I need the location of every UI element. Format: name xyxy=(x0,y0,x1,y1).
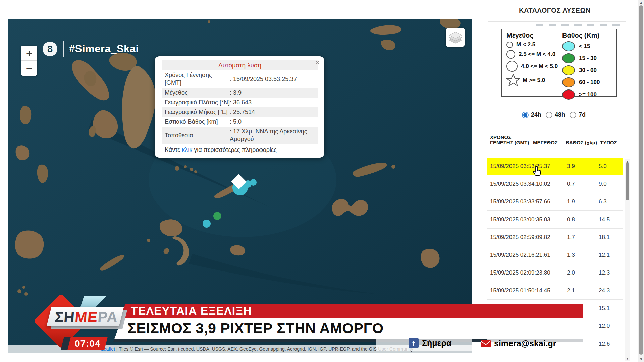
table-row[interactable]: 15/09/2025 02:09:23.802.012.3 xyxy=(487,264,623,282)
banner-kicker-bar: ΤΕΛΕΥΤΑΙΑ ΕΞΕΛΙΞΗ xyxy=(117,304,583,318)
map-zoom-in-button[interactable]: + xyxy=(21,46,37,61)
cell-magnitude: 2.1 xyxy=(562,287,594,294)
depth-color-icon xyxy=(562,41,575,51)
popup-row-value: : 3.9 xyxy=(230,89,315,97)
cell-time: 15/09/2025 03:53:25.37 xyxy=(490,163,562,170)
table-row[interactable]: 15/09/2025 03:53:25.373.95.0 xyxy=(487,158,623,175)
depth-color-icon xyxy=(562,65,575,75)
legend-depth-item: >= 100 xyxy=(562,89,616,100)
page-scrollbar-down-icon[interactable]: ▼ xyxy=(638,357,644,361)
legend-label: 60 - 100 xyxy=(579,79,600,86)
obscured-dashes xyxy=(536,24,621,26)
quake-dot[interactable] xyxy=(203,220,211,228)
cell-depth: 12.3 xyxy=(594,269,623,276)
cell-depth: 18.1 xyxy=(594,234,623,241)
attribution-text: | Tiles © Esri — Source: Esri, i-cubed, … xyxy=(115,346,413,352)
email-label: simera@skai.gr xyxy=(494,339,556,348)
table-scrollbar[interactable]: ▲ ▼ xyxy=(625,159,630,361)
radio-label-24h[interactable]: 24h xyxy=(531,111,541,118)
quake-dot[interactable] xyxy=(250,179,257,186)
popup-row: Γεωγραφικό Μήκος [°E]: 25.7514 xyxy=(162,107,318,117)
table-row[interactable]: 15/09/2025 02:59:09.821.718.1 xyxy=(487,229,623,246)
legend-label: M >= 5.0 xyxy=(523,77,545,84)
cell-depth: 12.1 xyxy=(594,252,623,258)
cell-time: 15/09/2025 03:34:10.02 xyxy=(490,181,562,187)
facebook-icon: f xyxy=(409,338,419,348)
map-zoom-control: + − xyxy=(21,46,37,76)
mouse-cursor-icon xyxy=(533,166,542,178)
table-row[interactable]: 15/09/2025 02:16:21.611.312.1 xyxy=(487,246,623,264)
page-scrollbar-thumb[interactable] xyxy=(639,5,643,355)
column-header: ΜΕΓΕΘΟΣ xyxy=(533,140,566,145)
cell-magnitude: 0.8 xyxy=(562,216,594,223)
radio-label-7d[interactable]: 7d xyxy=(579,111,586,118)
table-scrollbar-thumb[interactable] xyxy=(626,163,629,200)
popup-row-value: : 25.7514 xyxy=(230,108,315,116)
legend-depth-item: < 15 xyxy=(562,41,616,51)
table-scrollbar-down-icon[interactable]: ▼ xyxy=(625,357,630,361)
magnitude-circle-icon xyxy=(506,50,515,59)
legend-label: >= 100 xyxy=(579,91,597,98)
column-header: ΤΥΠΟΣ xyxy=(600,140,623,145)
legend-label: < 15 xyxy=(579,43,590,50)
banner-kicker: ΤΕΛΕΥΤΑΙΑ ΕΞΕΛΙΞΗ xyxy=(117,304,252,317)
legend-depth-item: 60 - 100 xyxy=(562,77,616,87)
popup-row-label: Χρόνος Γέννησης [GMT] xyxy=(165,71,230,87)
table-row[interactable]: 15/09/2025 01:50:14.452.124.3 xyxy=(487,282,623,300)
legend-depth-item: 30 - 60 xyxy=(562,65,616,75)
popup-row-label: Μέγεθος xyxy=(165,89,230,97)
column-header: ΒΑΘΟΣ (χλμ) xyxy=(566,140,600,145)
map-layers-button[interactable] xyxy=(446,28,465,47)
page-scrollbar[interactable]: ▲ ▼ xyxy=(638,0,644,362)
legend-label: 4.0 <= M < 5.0 xyxy=(521,63,558,70)
popup-row: Χρόνος Γέννησης [GMT]: 15/09/2025 03:53:… xyxy=(162,70,318,88)
clock-time: 07:04 xyxy=(75,338,101,349)
legend-magnitude-title: Μέγεθος xyxy=(506,32,560,39)
legend-label: 30 - 60 xyxy=(579,67,597,74)
channel-brand: 8 #Simera_Skai xyxy=(43,41,139,57)
table-row[interactable]: 15/09/2025 03:34:10.020.79.0 xyxy=(487,175,623,193)
popup-row-value: : 17 Χλμ. ΝΝΔ της Αρκεσίνης Αμοργού xyxy=(230,128,315,143)
brand-separator xyxy=(63,41,64,57)
clock-strip: 07:04 xyxy=(67,337,107,350)
banner-headline: ΣΕΙΣΜΟΣ 3,9 ΡΙΧΤΕΡ ΣΤΗΝ ΑΜΟΡΓΟ xyxy=(111,318,384,338)
more-info-link[interactable]: κλικ xyxy=(182,146,192,153)
popup-row-value: : 5.0 xyxy=(230,118,315,126)
legend-depth-item: 15 - 30 xyxy=(562,53,616,63)
cell-depth: 24.3 xyxy=(594,287,623,294)
popup-row-value: : 36.643 xyxy=(230,99,315,106)
radio-7d[interactable] xyxy=(570,112,576,118)
facebook-handle: f Σήμερα xyxy=(409,338,451,348)
legend-label: 2.5 <= M < 4.0 xyxy=(519,51,555,58)
popup-close-icon[interactable]: × xyxy=(315,59,320,66)
divider xyxy=(488,21,626,22)
page-scrollbar-up-icon[interactable]: ▲ xyxy=(638,1,644,5)
quake-popup: × Αυτόματη λύση Χρόνος Γέννησης [GMT]: 1… xyxy=(155,56,324,158)
radio-48h[interactable] xyxy=(546,112,552,118)
cell-depth: 5.0 xyxy=(594,163,623,170)
legend-label: 15 - 30 xyxy=(579,55,597,62)
channel-8-logo: 8 xyxy=(43,42,57,56)
cell-magnitude: 2.0 xyxy=(562,269,594,276)
quake-dot[interactable] xyxy=(213,212,221,220)
popup-row-label: Εστιακό Βάθος [km] xyxy=(165,118,230,126)
map-zoom-out-button[interactable]: − xyxy=(21,61,37,76)
depth-color-icon xyxy=(562,89,575,100)
email-icon xyxy=(481,340,491,347)
cell-time: 15/09/2025 01:50:14.45 xyxy=(490,287,562,294)
table-row[interactable]: 15/09/2025 03:00:35.030.814.5 xyxy=(487,211,623,229)
cell-time: 15/09/2025 02:59:09.82 xyxy=(490,234,562,241)
cell-time: 15/09/2025 02:16:21.61 xyxy=(490,252,562,258)
radio-24h[interactable] xyxy=(522,112,529,118)
popup-title: Αυτόματη λύση xyxy=(162,60,318,70)
cell-time: 15/09/2025 02:09:23.80 xyxy=(490,269,562,276)
popup-row-value: : 15/09/2025 03:53:25.37 xyxy=(230,75,315,83)
cell-depth: 9.0 xyxy=(594,181,623,187)
legend-box: Μέγεθος M < 2.52.5 <= M < 4.04.0 <= M < … xyxy=(501,29,617,97)
popup-row-label: Γεωγραφικό Πλάτος [°N] xyxy=(165,99,230,106)
popup-row-label: Γεωγραφικό Μήκος [°E] xyxy=(165,108,230,116)
magnitude-circle-icon xyxy=(506,61,518,72)
radio-label-48h[interactable]: 48h xyxy=(555,111,565,118)
table-row[interactable]: 15/09/2025 03:33:57.661.96.3 xyxy=(487,193,623,211)
cell-time: 15/09/2025 03:33:57.66 xyxy=(490,198,562,205)
